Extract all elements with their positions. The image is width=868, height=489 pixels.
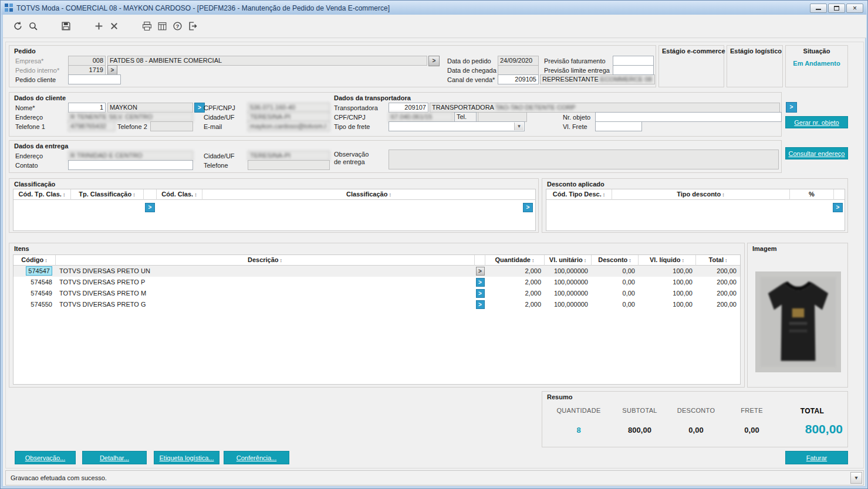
item-quantidade: 2,000 [485,299,545,310]
desconto-table: Cód. Tipo Desc.↕ Tipo desconto↕ % > [546,189,845,231]
transportadora-label: Transportadora [334,104,378,111]
total-value: 800,00 [781,422,844,436]
situacao-value: Em Andamento [786,60,847,67]
exit-icon[interactable] [185,19,200,34]
cliente-code-field[interactable]: 1 [68,103,106,113]
item-descricao: TOTVS DIVERSAS PRETO G [56,299,475,310]
detalhar-button[interactable]: Detalhar... [82,451,147,464]
help-icon[interactable]: ? [170,19,185,34]
empresa-lookup-button[interactable]: > [428,56,440,66]
item-detail-button[interactable]: > [476,267,485,276]
resumo-group-title: Resumo [547,393,572,400]
cliente-cidade-field[interactable]: TERESINA-PI [248,112,330,122]
print-icon[interactable] [139,19,154,34]
item-vl-unitario: 100,000000 [545,299,592,310]
col-cod-clas[interactable]: Cód. Clas.↕ [157,189,202,200]
empresa-code-field[interactable]: 008 [68,56,106,66]
transportadora-lookup-button[interactable]: > [786,102,797,113]
item-detail-button[interactable]: > [476,300,485,309]
empresa-desc-field[interactable]: FATDES 08 - AMBIENTE COMERCIAL [107,56,427,66]
col-percentual[interactable]: % [790,189,834,200]
tel-label: Tel. [454,112,477,122]
gerar-nr-objeto-button[interactable]: Gerar nr. objeto [785,116,848,128]
vl-frete-field[interactable] [595,121,642,131]
observacao-button[interactable]: Observação... [15,451,76,464]
pedido-interno-field[interactable]: 1719 [68,65,106,75]
col-quantidade[interactable]: Quantidade↕ [485,255,545,266]
observacao-entrega-label-l1: Observação [334,151,369,158]
col-desconto[interactable]: Desconto↕ [592,255,639,266]
minimize-button[interactable] [810,4,827,13]
col-vl-liquido[interactable]: Vl. líquido↕ [639,255,696,266]
cliente-endereco-field[interactable]: R TENENTE SILV. CENTRO [68,112,193,122]
col-codigo[interactable]: Código↕ [13,255,56,266]
data-chegada-field[interactable] [498,65,539,75]
cliente-nome-field[interactable]: MAYKON [107,103,193,113]
desconto-group-title: Desconto aplicado [547,181,604,188]
conferencia-button[interactable]: Conferência... [224,451,289,464]
canal-venda-code-field[interactable]: 209105 [498,74,539,84]
cliente-cpf-field[interactable]: 536.071.160-40 [248,103,330,113]
col-descricao[interactable]: Descrição↕ [56,255,475,266]
transportadora-code-field[interactable]: 209107 [389,103,428,113]
transportadora-cpf-field[interactable]: 67.040.061/15 [389,112,453,122]
item-desconto: 0,00 [592,277,639,288]
consultar-endereco-button[interactable]: Consultar endereço [785,147,848,159]
pedido-interno-lookup-button[interactable]: > [107,65,117,75]
schedule-icon[interactable] [154,19,170,34]
col-tipo-desconto[interactable]: Tipo desconto↕ [612,189,790,200]
entrega-telefone-field[interactable] [248,160,330,170]
item-detail-button[interactable]: > [476,289,485,298]
telefone2-field[interactable] [150,121,193,131]
email-field[interactable]: maykon.cardoso@totvsm.l [248,121,330,131]
previsao-faturamento-field[interactable] [613,56,654,66]
minimize-icon [816,6,821,10]
search-icon[interactable] [25,19,40,34]
data-pedido-label: Data do pedido [447,57,491,64]
item-detail-button[interactable]: > [476,278,485,287]
observacao-entrega-field[interactable] [389,150,779,169]
canal-venda-desc-field[interactable]: REPRESENTANTE ECOMMERCE 08 [540,74,655,84]
sort-icon: ↕ [682,257,685,263]
col-tp-classificacao[interactable]: Tp. Classificação↕ [71,189,144,200]
table-row[interactable]: 574547 TOTVS DIVERSAS PRETO UN > 2,000 1… [13,266,740,277]
status-message: Gravacao efetuada com sucesso. [11,474,107,481]
col-cod-tipo-desc[interactable]: Cód. Tipo Desc.↕ [546,189,612,200]
status-dropdown-button[interactable]: ▾ [850,472,862,484]
new-record-icon[interactable] [91,19,106,34]
contato-field[interactable] [68,160,193,170]
delete-record-icon[interactable] [106,19,121,34]
col-vl-unitario[interactable]: Vl. unitário↕ [545,255,592,266]
table-row[interactable]: 574548 TOTVS DIVERSAS PRETO P > 2,000 10… [13,277,740,288]
col-classificacao[interactable]: Classificação↕ [202,189,535,200]
entrega-endereco-field[interactable]: R TRINIDAD E CENTRO [68,151,193,161]
table-row[interactable]: 574549 TOTVS DIVERSAS PRETO M > 2,000 10… [13,288,740,299]
nr-objeto-field[interactable] [595,112,782,122]
item-total: 200,00 [696,266,740,277]
close-button[interactable]: × [846,4,863,13]
etiqueta-logistica-button[interactable]: Etiqueta logística... [154,451,219,464]
data-pedido-field[interactable]: 24/09/2020 [498,56,539,66]
col-total[interactable]: Total↕ [696,255,740,266]
selected-cell[interactable]: 574547 [26,266,52,276]
chevron-down-icon[interactable]: ▾ [514,123,523,130]
undo-icon[interactable] [10,19,25,34]
previsao-limite-field[interactable] [613,65,654,75]
nr-objeto-label: Nr. objeto [563,114,590,121]
maximize-button[interactable] [828,4,845,13]
save-icon[interactable] [58,19,73,34]
tipo-frete-select[interactable]: ▾ [389,121,525,131]
desconto-table-header: Cód. Tipo Desc.↕ Tipo desconto↕ % [546,189,845,200]
cliente-group-title: Dados do cliente [14,94,66,101]
transportadora-nome-field[interactable]: TRANSPORTADORA TAO-TAO DETENTE CORP [430,103,780,113]
classificacao-lookup-button[interactable]: > [145,203,155,212]
col-cod-tp-clas[interactable]: Cód. Tp. Clas.↕ [13,189,71,200]
classificacao-detail-button[interactable]: > [523,203,533,212]
desconto-lookup-button[interactable]: > [833,203,843,212]
entrega-cidade-field[interactable]: TERESINA-PI [248,151,330,161]
pedido-cliente-field[interactable] [68,74,121,84]
transportadora-tel-field[interactable] [478,112,527,122]
table-row[interactable]: 574550 TOTVS DIVERSAS PRETO G > 2,000 10… [13,299,740,310]
telefone1-field[interactable]: 4798765432 [68,121,115,131]
faturar-button[interactable]: Faturar [785,451,848,464]
